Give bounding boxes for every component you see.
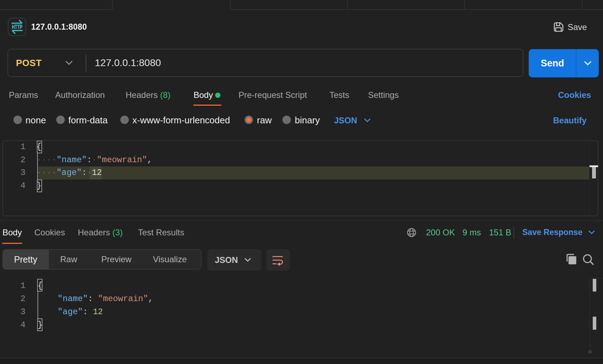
svg-text:HTTP: HTTP bbox=[12, 24, 23, 30]
